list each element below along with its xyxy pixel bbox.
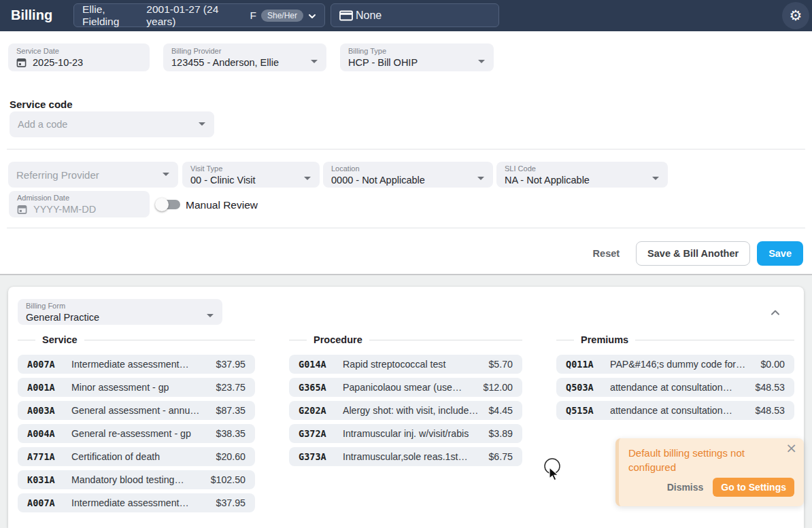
billing-provider-select[interactable]: Billing Provider 123455 - Anderson, Elli… bbox=[163, 43, 326, 71]
code-row[interactable]: A001A Minor assessment - gp $23.75 bbox=[18, 378, 255, 397]
service-code-placeholder: Add a code bbox=[18, 120, 67, 130]
service-code-select[interactable]: Add a code bbox=[10, 111, 214, 137]
code-value: A001A bbox=[27, 382, 71, 393]
sli-code-value: NA - Not Applicable bbox=[505, 173, 590, 187]
billing-provider-value: 123455 - Anderson, Ellie bbox=[171, 56, 279, 69]
code-row[interactable]: A007A Intermediate assessment… $37.95 bbox=[18, 355, 255, 374]
code-price: $0.00 bbox=[760, 359, 785, 370]
dismiss-button[interactable]: Dismiss bbox=[667, 482, 704, 493]
code-description: General assessment - annu… bbox=[71, 405, 209, 416]
location-select[interactable]: Location 0000 - Not Applicable bbox=[323, 162, 493, 188]
visit-type-select[interactable]: Visit Type 00 - Clinic Visit bbox=[182, 162, 320, 188]
code-row[interactable]: A004A General re-assessment - gp $38.35 bbox=[18, 424, 255, 443]
code-price: $37.95 bbox=[216, 359, 246, 370]
go-to-settings-button[interactable]: Go to Settings bbox=[713, 478, 794, 497]
dropdown-arrow-icon bbox=[652, 177, 659, 180]
code-price: $6.75 bbox=[488, 451, 513, 462]
chevron-up-icon bbox=[771, 310, 780, 315]
code-price: $20.60 bbox=[216, 451, 246, 462]
code-row[interactable]: G202A Alergy shot: with visit, include… … bbox=[289, 401, 522, 420]
dropdown-arrow-icon bbox=[207, 314, 214, 317]
code-price: $102.50 bbox=[211, 474, 246, 485]
insurance-selector[interactable]: None bbox=[331, 3, 499, 27]
premiums-code-list: Q011A PAP&#146;s dummy code for… $0.00 Q… bbox=[556, 355, 794, 420]
service-code-heading: Service code bbox=[10, 99, 73, 110]
page-title: Billing bbox=[11, 7, 52, 23]
code-value: G373A bbox=[299, 451, 343, 462]
manual-review-toggle[interactable] bbox=[157, 200, 180, 209]
code-row[interactable]: A003A General assessment - annu… $87.35 bbox=[18, 401, 255, 420]
billing-form-select[interactable]: Billing Form General Practice bbox=[18, 299, 222, 325]
code-description: Mandatory blood testing… bbox=[71, 474, 204, 485]
card-icon bbox=[339, 10, 353, 21]
code-value: G372A bbox=[299, 428, 343, 439]
billing-type-value: HCP - Bill OHIP bbox=[348, 56, 418, 69]
code-description: Intermediate assessment… bbox=[71, 497, 209, 508]
procedure-column-header: Procedure bbox=[289, 333, 522, 347]
billing-provider-label: Billing Provider bbox=[171, 46, 318, 56]
patient-selector[interactable]: Ellie, Fielding 2001-01-27 (24 years) F … bbox=[73, 3, 325, 27]
gear-icon: ⚙ bbox=[790, 9, 802, 23]
code-value: A003A bbox=[27, 405, 71, 416]
dropdown-arrow-icon bbox=[477, 177, 484, 180]
service-date-field[interactable]: Service Date 2025-10-23 bbox=[8, 43, 150, 71]
code-description: Intermediate assessment… bbox=[71, 359, 209, 370]
toast-notification: × Default billing settings not configure… bbox=[615, 438, 804, 506]
close-icon[interactable]: × bbox=[785, 441, 797, 455]
dropdown-arrow-icon bbox=[304, 177, 311, 180]
code-price: $23.75 bbox=[216, 382, 246, 393]
save-and-bill-another-button[interactable]: Save & Bill Another bbox=[636, 241, 750, 266]
code-description: attendance at consultation… bbox=[610, 405, 749, 416]
code-price: $4.45 bbox=[488, 405, 513, 416]
premiums-column: Premiums Q011A PAP&#146;s dummy code for… bbox=[556, 333, 794, 424]
code-value: Q515A bbox=[566, 405, 610, 416]
code-row[interactable]: Q011A PAP&#146;s dummy code for… $0.00 bbox=[556, 355, 794, 374]
code-price: $5.70 bbox=[488, 359, 513, 370]
referring-provider-placeholder: Referring Provider bbox=[16, 170, 99, 180]
code-row[interactable]: K031A Mandatory blood testing… $102.50 bbox=[18, 470, 255, 489]
code-row[interactable]: G014A Rapid streptococcal test $5.70 bbox=[289, 355, 522, 374]
visit-type-value: 00 - Clinic Visit bbox=[190, 173, 256, 187]
admission-date-placeholder: YYYY-MM-DD bbox=[33, 203, 96, 216]
toast-actions: Dismiss Go to Settings bbox=[667, 478, 794, 497]
billing-type-select[interactable]: Billing Type HCP - Bill OHIP bbox=[340, 43, 494, 71]
billing-type-label: Billing Type bbox=[348, 46, 486, 56]
divider bbox=[7, 149, 805, 149]
code-value: A004A bbox=[27, 428, 71, 439]
collapse-panel-button[interactable] bbox=[766, 303, 785, 322]
code-description: Minor assessment - gp bbox=[71, 382, 209, 393]
code-price: $48.53 bbox=[756, 382, 785, 393]
code-description: Certification of death bbox=[71, 451, 209, 462]
code-row[interactable]: G372A Intramuscular inj. w/visit/rabis $… bbox=[289, 424, 522, 443]
procedure-code-list: G014A Rapid streptococcal test $5.70 G36… bbox=[289, 355, 522, 466]
code-row[interactable]: A771A Certification of death $20.60 bbox=[18, 447, 255, 466]
billing-form-label: Billing Form bbox=[26, 301, 214, 311]
referring-provider-select[interactable]: Referring Provider bbox=[8, 162, 178, 188]
code-value: G202A bbox=[299, 405, 343, 416]
service-code-list: A007A Intermediate assessment… $37.95 A0… bbox=[18, 355, 255, 512]
code-price: $87.35 bbox=[216, 405, 246, 416]
code-description: Intramuscular inj. w/visit/rabis bbox=[343, 428, 481, 439]
toggle-thumb bbox=[155, 198, 169, 211]
service-column-header: Service bbox=[18, 333, 255, 347]
dropdown-arrow-icon bbox=[311, 60, 318, 63]
code-row[interactable]: G373A Intramuscular,sole reas.1st… $6.75 bbox=[289, 447, 522, 466]
divider bbox=[7, 228, 805, 228]
code-description: PAP&#146;s dummy code for… bbox=[610, 359, 754, 370]
sli-code-label: SLI Code bbox=[505, 164, 660, 173]
reset-button[interactable]: Reset bbox=[583, 248, 630, 259]
code-price: $37.95 bbox=[216, 497, 246, 508]
code-row[interactable]: G365A Papanicolaou smear (use… $12.00 bbox=[289, 378, 522, 397]
location-value: 0000 - Not Applicable bbox=[331, 173, 425, 187]
code-row[interactable]: Q503A attendance at consultation… $48.53 bbox=[556, 378, 794, 397]
sli-code-select[interactable]: SLI Code NA - Not Applicable bbox=[496, 162, 668, 188]
code-description: attendance at consultation… bbox=[610, 382, 749, 393]
save-button[interactable]: Save bbox=[757, 241, 803, 266]
chevron-down-icon bbox=[308, 10, 316, 22]
code-row[interactable]: Q515A attendance at consultation… $48.53 bbox=[556, 401, 794, 420]
settings-button[interactable]: ⚙ bbox=[782, 2, 809, 29]
code-row[interactable]: A007A Intermediate assessment… $37.95 bbox=[18, 493, 255, 512]
dropdown-arrow-icon bbox=[199, 122, 205, 126]
admission-date-field[interactable]: Admission Date YYYY-MM-DD bbox=[9, 191, 150, 217]
insurance-label: None bbox=[356, 10, 382, 22]
